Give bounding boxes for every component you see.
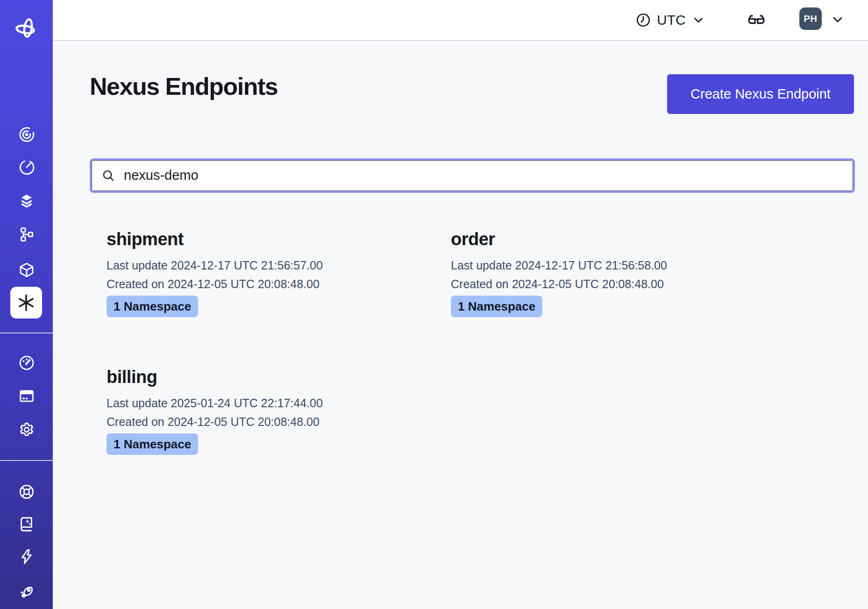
endpoint-created: Created on 2024-12-05 UTC 20:08:48.00 <box>107 412 451 431</box>
endpoint-name: billing <box>107 366 451 388</box>
labs-glasses-button[interactable] <box>746 10 767 32</box>
avatar-initials: PH <box>804 14 818 24</box>
nav-settings-icon[interactable] <box>0 421 53 439</box>
endpoint-name: order <box>451 228 795 250</box>
page-title: Nexus Endpoints <box>90 72 277 100</box>
nav-workflows-icon[interactable] <box>0 126 53 143</box>
endpoint-card-shipment[interactable]: shipment Last update 2024-12-17 UTC 21:5… <box>107 228 451 317</box>
nav-schedules-icon[interactable] <box>0 158 53 176</box>
temporal-logo-icon[interactable] <box>0 16 53 40</box>
nav-support-icon[interactable] <box>0 483 53 501</box>
endpoint-created: Created on 2024-12-05 UTC 20:08:48.00 <box>451 275 795 293</box>
nav-deployments-icon[interactable] <box>0 261 53 279</box>
top-header: UTC PH <box>53 0 868 41</box>
user-menu-button[interactable] <box>830 12 845 29</box>
nav-quickstart-icon[interactable] <box>0 548 53 566</box>
endpoint-created: Created on 2024-12-05 UTC 20:08:48.00 <box>107 275 451 293</box>
endpoint-name: shipment <box>107 228 451 250</box>
nav-docs-icon[interactable] <box>0 515 53 533</box>
nav-onboarding-rocket-icon[interactable] <box>0 583 53 601</box>
endpoint-last-update: Last update 2024-12-17 UTC 21:56:57.00 <box>107 256 451 275</box>
create-nexus-endpoint-button[interactable]: Create Nexus Endpoint <box>667 74 854 114</box>
namespace-badge: 1 Namespace <box>451 296 542 317</box>
search-input[interactable] <box>92 160 853 191</box>
sidebar <box>0 0 53 609</box>
chevron-down-icon <box>830 12 845 27</box>
namespace-badge: 1 Namespace <box>107 433 198 455</box>
clock-icon <box>635 12 651 28</box>
sidebar-divider <box>0 460 53 461</box>
endpoint-last-update: Last update 2025-01-24 UTC 22:17:44.00 <box>107 394 451 412</box>
main-content: Nexus Endpoints Create Nexus Endpoint sh… <box>53 42 868 609</box>
sidebar-divider <box>0 333 53 333</box>
endpoint-last-update: Last update 2024-12-17 UTC 21:56:58.00 <box>451 256 795 275</box>
nav-nexus-active[interactable] <box>10 287 42 319</box>
search-box <box>90 158 855 193</box>
timezone-label: UTC <box>657 12 686 28</box>
timezone-selector[interactable]: UTC <box>635 7 705 33</box>
nav-usage-icon[interactable] <box>0 354 53 372</box>
glasses-icon <box>746 10 767 30</box>
namespace-badge: 1 Namespace <box>107 296 198 317</box>
nexus-asterisk-icon <box>16 293 36 312</box>
endpoint-card-billing[interactable]: billing Last update 2025-01-24 UTC 22:17… <box>107 366 451 455</box>
nav-relationships-icon[interactable] <box>0 226 53 243</box>
nav-batch-operations-icon[interactable] <box>0 192 53 210</box>
user-avatar[interactable]: PH <box>799 7 822 30</box>
nav-billing-icon[interactable] <box>0 387 53 405</box>
endpoint-card-order[interactable]: order Last update 2024-12-17 UTC 21:56:5… <box>451 228 795 317</box>
chevron-down-icon <box>691 13 705 27</box>
